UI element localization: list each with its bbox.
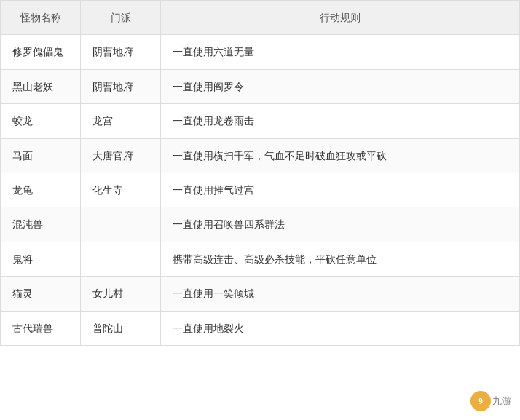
cell-rule: 一直使用横扫千军，气血不足时破血狂攻或平砍 (161, 138, 520, 173)
cell-rule: 一直使用六道无量 (161, 35, 520, 69)
cell-faction: 龙宫 (81, 104, 161, 138)
cell-rule: 携带高级连击、高级必杀技能，平砍任意单位 (161, 242, 520, 276)
cell-monster-name: 古代瑞兽 (1, 311, 81, 345)
cell-faction: 阴曹地府 (81, 35, 161, 69)
header-rule: 行动规则 (161, 1, 520, 35)
cell-rule: 一直使用地裂火 (161, 311, 520, 345)
table-row: 黑山老妖阴曹地府一直使用阎罗令 (1, 69, 520, 103)
cell-monster-name: 猫灵 (1, 277, 81, 311)
cell-monster-name: 修罗傀儡鬼 (1, 35, 81, 69)
cell-monster-name: 混沌兽 (1, 207, 81, 242)
table-row: 混沌兽一直使用召唤兽四系群法 (1, 207, 520, 242)
watermark-logo: 9 (470, 391, 491, 411)
table-row: 马面大唐官府一直使用横扫千军，气血不足时破血狂攻或平砍 (1, 138, 520, 173)
table-row: 古代瑞兽普陀山一直使用地裂火 (1, 311, 520, 345)
cell-rule: 一直使用一笑倾城 (161, 277, 520, 311)
cell-faction: 化生寺 (81, 173, 161, 207)
cell-faction: 阴曹地府 (81, 69, 161, 103)
cell-faction (81, 242, 161, 276)
cell-monster-name: 鬼将 (1, 242, 81, 276)
table-row: 龙龟化生寺一直使用推气过宫 (1, 173, 520, 207)
table-row: 蛟龙龙宫一直使用龙卷雨击 (1, 104, 520, 138)
watermark-logo-text: 9 (478, 397, 483, 405)
cell-faction: 大唐官府 (81, 138, 161, 173)
table-row: 猫灵女儿村一直使用一笑倾城 (1, 277, 520, 311)
watermark: 9 九游 (470, 391, 511, 411)
cell-rule: 一直使用召唤兽四系群法 (161, 207, 520, 242)
watermark-text: 九游 (492, 395, 511, 408)
table-row: 鬼将携带高级连击、高级必杀技能，平砍任意单位 (1, 242, 520, 276)
cell-monster-name: 黑山老妖 (1, 69, 81, 103)
cell-rule: 一直使用推气过宫 (161, 173, 520, 207)
header-faction: 门派 (81, 1, 161, 35)
cell-faction: 普陀山 (81, 311, 161, 345)
header-name: 怪物名称 (1, 1, 81, 35)
cell-monster-name: 蛟龙 (1, 104, 81, 138)
monster-table: 怪物名称 门派 行动规则 修罗傀儡鬼阴曹地府一直使用六道无量黑山老妖阴曹地府一直… (0, 0, 520, 346)
cell-faction: 女儿村 (81, 277, 161, 311)
page-container: 怪物名称 门派 行动规则 修罗傀儡鬼阴曹地府一直使用六道无量黑山老妖阴曹地府一直… (0, 0, 520, 420)
cell-faction (81, 207, 161, 242)
cell-rule: 一直使用阎罗令 (161, 69, 520, 103)
cell-monster-name: 马面 (1, 138, 81, 173)
cell-rule: 一直使用龙卷雨击 (161, 104, 520, 138)
table-row: 修罗傀儡鬼阴曹地府一直使用六道无量 (1, 35, 520, 69)
cell-monster-name: 龙龟 (1, 173, 81, 207)
table-header-row: 怪物名称 门派 行动规则 (1, 1, 520, 35)
